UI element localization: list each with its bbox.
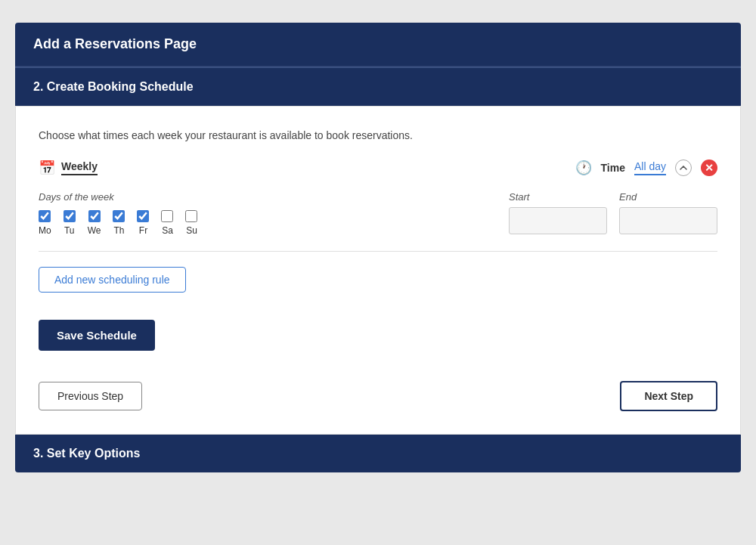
day-checkbox-fr[interactable] — [137, 210, 149, 222]
days-left: Days of the week MoTuWeThFrSaSu — [39, 191, 479, 236]
time-label: Time — [601, 162, 625, 174]
day-checkbox-su[interactable] — [185, 210, 197, 222]
clock-icon: 🕐 — [575, 159, 592, 176]
rule-header-left: 📅 Weekly — [39, 159, 98, 176]
end-input[interactable] — [619, 207, 717, 234]
day-name-th: Th — [113, 225, 124, 236]
previous-step-button[interactable]: Previous Step — [39, 382, 142, 410]
days-label: Days of the week — [39, 191, 479, 203]
day-item-we: We — [88, 210, 101, 236]
nav-buttons: Previous Step Next Step — [39, 381, 717, 411]
days-section: Days of the week MoTuWeThFrSaSu Start En… — [39, 191, 717, 236]
day-name-su: Su — [186, 225, 197, 236]
day-name-tu: Tu — [64, 225, 75, 236]
remove-rule-button[interactable]: ✕ — [701, 159, 717, 176]
save-schedule-button[interactable]: Save Schedule — [39, 320, 155, 351]
day-name-we: We — [88, 225, 101, 236]
day-name-sa: Sa — [162, 225, 173, 236]
day-name-mo: Mo — [39, 225, 51, 236]
next-step-button[interactable]: Next Step — [620, 381, 717, 411]
start-input[interactable] — [509, 207, 607, 234]
day-item-sa: Sa — [161, 210, 173, 236]
day-name-fr: Fr — [139, 225, 147, 236]
step2-title: 2. Create Booking Schedule — [33, 80, 194, 93]
rule-header-right: 🕐 Time All day ✕ — [575, 159, 717, 176]
rule-header: 📅 Weekly 🕐 Time All day ✕ — [39, 159, 717, 176]
day-checkbox-we[interactable] — [88, 210, 101, 222]
page-header: Add a Reservations Page — [15, 23, 741, 67]
page-title: Add a Reservations Page — [33, 36, 197, 51]
step2-header: 2. Create Booking Schedule — [15, 67, 741, 106]
start-label: Start — [509, 191, 607, 203]
day-checkbox-mo[interactable] — [39, 210, 51, 222]
day-checkbox-tu[interactable] — [64, 210, 76, 222]
end-field: End — [619, 191, 717, 234]
add-rule-button[interactable]: Add new scheduling rule — [39, 267, 186, 293]
day-item-fr: Fr — [137, 210, 149, 236]
allday-link[interactable]: All day — [634, 160, 666, 175]
end-label: End — [619, 191, 717, 203]
day-item-th: Th — [113, 210, 125, 236]
day-item-tu: Tu — [64, 210, 76, 236]
start-field: Start — [509, 191, 607, 234]
day-item-su: Su — [185, 210, 197, 236]
schedule-rule: 📅 Weekly 🕐 Time All day ✕ — [39, 159, 717, 252]
collapse-button[interactable] — [675, 159, 692, 176]
weekly-label: Weekly — [61, 160, 98, 175]
calendar-icon: 📅 — [39, 159, 55, 176]
step3-title: 3. Set Key Options — [33, 447, 140, 460]
day-checkbox-sa[interactable] — [161, 210, 173, 222]
step2-content: Choose what times each week your restaur… — [15, 106, 741, 435]
days-row: MoTuWeThFrSaSu — [39, 210, 479, 236]
time-inputs: Start End — [509, 191, 717, 234]
description-text: Choose what times each week your restaur… — [39, 129, 717, 141]
step3-header: 3. Set Key Options — [15, 435, 741, 472]
day-item-mo: Mo — [39, 210, 51, 236]
chevron-up-icon — [680, 166, 687, 170]
day-checkbox-th[interactable] — [113, 210, 125, 222]
